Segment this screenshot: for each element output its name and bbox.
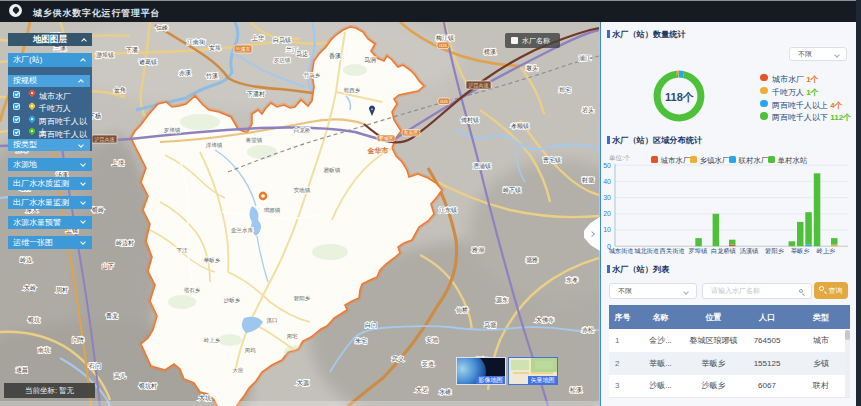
svg-text:江东镇: 江东镇 [439,206,457,213]
svg-text:单位:个: 单位:个 [609,154,631,161]
svg-text:松溪: 松溪 [570,386,582,393]
svg-text:银坑: 银坑 [27,316,40,324]
svg-text:上境: 上境 [111,159,124,167]
svg-text:塘雅: 塘雅 [526,256,538,264]
svg-text:门阵: 门阵 [72,336,84,343]
svg-text:岭边: 岭边 [20,257,32,264]
svg-text:朱宅: 朱宅 [355,337,367,344]
svg-text:城东街道: 城东街道 [609,247,634,255]
svg-text:白门: 白门 [365,321,377,329]
svg-text:源东: 源东 [496,296,508,303]
svg-text:箬阳乡: 箬阳乡 [294,295,311,302]
svg-text:高儿: 高儿 [114,372,126,379]
svg-text:下汪: 下汪 [177,247,189,254]
svg-text:山下: 山下 [102,263,114,269]
svg-text:西关街道: 西关街道 [659,247,685,255]
svg-text:溪口: 溪口 [267,317,278,324]
svg-text:水碓: 水碓 [439,389,451,395]
svg-text:上华: 上华 [251,35,265,41]
svg-text:塔石乡: 塔石乡 [184,287,201,294]
svg-text:梅江镇: 梅江镇 [435,35,454,42]
svg-text:赤松: 赤松 [582,327,594,334]
svg-text:诸葛镇: 诸葛镇 [139,59,157,66]
svg-text:鞋塘: 鞋塘 [582,176,594,184]
svg-text:仙桥: 仙桥 [456,307,468,313]
svg-text:香溪: 香溪 [329,52,341,60]
svg-text:岩头: 岩头 [582,107,594,114]
svg-text:武义: 武义 [392,355,404,362]
svg-text:女埠: 女埠 [209,45,221,51]
svg-text:安地: 安地 [426,336,439,343]
svg-text:罗埠镇: 罗埠镇 [689,247,708,255]
svg-text:雅畈镇: 雅畈镇 [324,167,341,174]
svg-text:周村: 周村 [56,287,68,294]
svg-text:傅村镇: 傅村镇 [461,117,479,124]
svg-text:安地镇: 安地镇 [294,187,311,193]
svg-text:箬阳乡: 箬阳乡 [765,247,784,255]
svg-text:金角: 金角 [113,87,126,93]
svg-text:岭上乡: 岭上乡 [817,247,836,254]
svg-text:大佛寺: 大佛寺 [536,316,554,323]
svg-text:琅琊镇: 琅琊镇 [264,207,281,213]
svg-text:联村水厂: 联村水厂 [738,156,770,165]
svg-text:婺城区: 婺城区 [379,135,394,141]
svg-text:白龙桥镇: 白龙桥镇 [711,247,737,255]
svg-text:岭下镇: 岭下镇 [503,187,521,193]
svg-text:城北街道: 城北街道 [634,247,659,255]
svg-text:莘畈乡: 莘畈乡 [791,247,810,254]
svg-text:大岭: 大岭 [24,284,36,291]
svg-text:10: 10 [603,226,611,233]
svg-text:周宅: 周宅 [287,333,299,339]
svg-text:金兰水库: 金兰水库 [231,227,254,233]
svg-text:G25: G25 [440,99,449,104]
svg-text:莘畈乡: 莘畈乡 [204,257,221,263]
svg-text:澧浦镇: 澧浦镇 [473,163,491,169]
svg-text:墩头: 墩头 [526,65,538,72]
svg-text:孝顺镇: 孝顺镇 [511,123,529,129]
svg-text:马达: 马达 [296,51,308,58]
svg-text:沪昆高速: 沪昆高速 [95,136,115,143]
svg-text:下潘村: 下潘村 [247,90,265,98]
svg-text:银岭: 银岭 [91,206,104,213]
svg-text:汤溪镇: 汤溪镇 [740,247,759,255]
svg-text:雅湖: 雅湖 [471,247,484,254]
svg-text:马涧: 马涧 [364,56,376,63]
svg-text:横溪: 横溪 [484,48,496,55]
svg-text:大应: 大应 [233,367,245,373]
svg-text:岭边村: 岭边村 [116,240,134,247]
svg-text:沙畈乡: 沙畈乡 [224,297,241,304]
svg-text:银坑村: 银坑村 [138,382,157,390]
svg-text:城市水厂: 城市水厂 [660,156,692,165]
svg-text:金华市: 金华市 [367,146,389,155]
svg-text:G25: G25 [439,43,448,48]
svg-text:江南街: 江南街 [187,39,206,46]
svg-text:东孝: 东孝 [566,276,578,283]
svg-text:大坑: 大坑 [199,394,211,402]
svg-text:40: 40 [603,178,611,185]
svg-text:南坑: 南坑 [38,346,50,354]
svg-text:白龙桥: 白龙桥 [294,127,311,134]
svg-text:乾西乡: 乾西乡 [344,87,361,94]
svg-text:沪昆高速: 沪昆高速 [469,82,489,89]
svg-text:下潘: 下潘 [126,46,138,54]
svg-text:50: 50 [603,162,611,169]
svg-text:曹宅镇: 曹宅镇 [543,156,561,163]
svg-text:金东区: 金东区 [404,129,419,135]
svg-text:石门: 石门 [88,362,101,370]
svg-text:浦江: 浦江 [579,55,591,61]
svg-text:赤溪: 赤溪 [179,69,191,77]
svg-text:白马镇: 白马镇 [273,37,291,44]
svg-text:郑宅: 郑宅 [559,86,571,93]
svg-text:兰溪市: 兰溪市 [236,46,251,53]
svg-text:大源: 大源 [297,379,309,386]
svg-text:20: 20 [603,210,611,217]
svg-text:乡镇水厂: 乡镇水厂 [700,156,731,165]
svg-text:蒋堂镇: 蒋堂镇 [246,137,263,144]
svg-text:竹溪: 竹溪 [206,72,218,79]
svg-text:遂昌: 遂昌 [16,367,28,374]
svg-text:茭道: 茭道 [422,361,434,368]
svg-text:青龙: 青龙 [106,313,118,319]
svg-text:岭上乡: 岭上乡 [204,337,221,343]
svg-text:马塘: 马塘 [484,321,496,329]
svg-text:竹马乡: 竹马乡 [304,72,321,78]
